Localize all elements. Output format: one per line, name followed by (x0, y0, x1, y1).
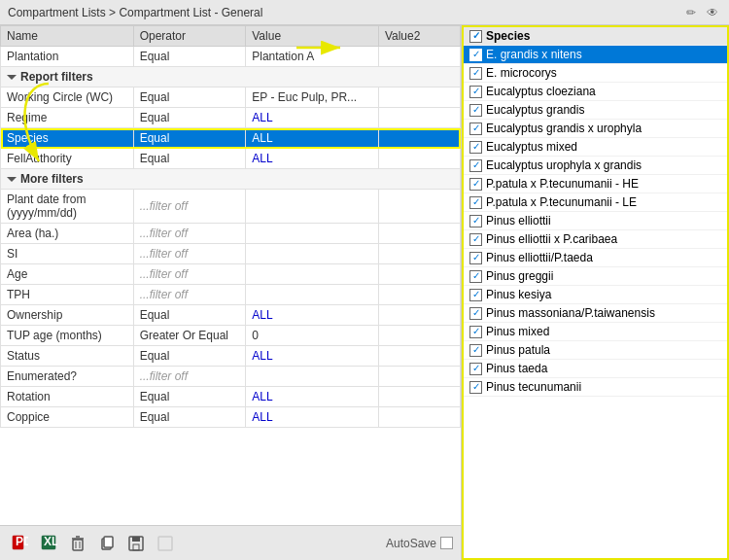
table-row[interactable]: PlantationEqualPlantation A (1, 47, 461, 67)
species-panel-header: Species (464, 27, 727, 46)
header-icon-group: ✏ 👁 (682, 4, 721, 21)
svg-rect-12 (132, 537, 140, 542)
species-name-label: Pinus massoniana/P.taiwanensis (486, 306, 655, 320)
svg-text:PDF: PDF (16, 535, 28, 548)
table-row[interactable]: SpeciesEqualALL (1, 128, 461, 149)
save-icon[interactable] (124, 532, 148, 555)
species-name-label: Eucalyptus grandis x urophyla (486, 122, 642, 135)
edit-icon[interactable]: ✏ (682, 4, 700, 21)
left-panel: Name Operator Value Value2 PlantationEqu… (0, 25, 462, 560)
disabled-icon (154, 532, 177, 555)
content-area: Name Operator Value Value2 PlantationEqu… (0, 25, 729, 560)
autosave-checkbox[interactable] (440, 537, 453, 549)
species-checkbox[interactable] (469, 344, 482, 357)
species-checkbox[interactable] (469, 104, 482, 117)
table-row[interactable]: StatusEqualALL (1, 346, 461, 367)
species-list-item[interactable]: Pinus patula (464, 341, 727, 360)
species-checkbox[interactable] (469, 86, 482, 98)
table-header-row: Name Operator Value Value2 (1, 26, 461, 47)
species-list-item[interactable]: Eucalyptus grandis x urophyla (464, 120, 727, 138)
species-checkbox[interactable] (469, 196, 482, 209)
species-list-item[interactable]: Pinus elliottii/P.taeda (464, 249, 727, 267)
col-header-operator: Operator (133, 26, 246, 47)
col-header-name: Name (1, 26, 134, 47)
species-name-label: Eucalyptus cloeziana (486, 85, 596, 98)
table-row[interactable]: Report filters (1, 67, 461, 88)
species-checkbox[interactable] (469, 289, 482, 301)
species-list-item[interactable]: Pinus elliottii (464, 212, 727, 230)
table-row[interactable]: TPH...filter off (1, 285, 461, 305)
species-checkbox[interactable] (469, 270, 482, 283)
copy-icon[interactable] (95, 532, 119, 555)
species-checkbox[interactable] (469, 326, 482, 338)
species-checkbox[interactable] (469, 178, 482, 191)
table-row[interactable]: SI...filter off (1, 244, 461, 264)
right-panel: Species E. grandis x nitensE. microcorys… (462, 25, 729, 560)
species-header-checkbox[interactable] (469, 30, 482, 43)
breadcrumb: Compartment Lists > Compartment List - G… (8, 6, 262, 19)
table-row[interactable]: RegimeEqualALL (1, 108, 461, 128)
col-header-value: Value (246, 26, 379, 47)
species-list-item[interactable]: E. grandis x nitens (464, 46, 727, 64)
table-row[interactable]: CoppiceEqualALL (1, 407, 461, 428)
species-list-item[interactable]: Eucalyptus urophyla x grandis (464, 157, 727, 175)
species-name-label: Pinus patula (486, 343, 550, 357)
species-checkbox[interactable] (469, 122, 482, 135)
species-list-item[interactable]: Pinus elliottii x P.caribaea (464, 230, 727, 249)
species-header-label: Species (486, 29, 530, 43)
table-row[interactable]: Working Circle (WC)EqualEP - Euc Pulp, P… (1, 88, 461, 108)
species-list-item[interactable]: Pinus massoniana/P.taiwanensis (464, 304, 727, 323)
delete-icon[interactable] (66, 532, 89, 555)
species-checkbox[interactable] (469, 363, 482, 375)
table-row[interactable]: OwnershipEqualALL (1, 305, 461, 326)
bottom-toolbar: PDF XLS AutoSave (0, 525, 461, 560)
species-list-item[interactable]: P.patula x P.tecunumanii - HE (464, 175, 727, 193)
col-header-value2: Value2 (378, 26, 460, 47)
species-name-label: P.patula x P.tecunumanii - HE (486, 177, 639, 191)
species-list-item[interactable]: P.patula x P.tecunumanii - LE (464, 193, 727, 212)
table-row[interactable]: More filters (1, 169, 461, 190)
autosave-label: AutoSave (386, 537, 436, 550)
species-name-label: Pinus kesiya (486, 288, 551, 301)
species-name-label: Pinus elliottii/P.taeda (486, 251, 593, 264)
species-checkbox[interactable] (469, 381, 482, 394)
species-list-item[interactable]: Pinus mixed (464, 323, 727, 341)
view-icon[interactable]: 👁 (704, 4, 721, 21)
svg-rect-14 (158, 537, 172, 550)
species-checkbox[interactable] (469, 215, 482, 228)
svg-rect-13 (133, 544, 139, 550)
species-name-label: P.patula x P.tecunumanii - LE (486, 195, 637, 209)
species-checkbox[interactable] (469, 252, 482, 264)
species-list-item[interactable]: Eucalyptus grandis (464, 101, 727, 120)
table-row[interactable]: RotationEqualALL (1, 387, 461, 407)
species-checkbox[interactable] (469, 233, 482, 246)
species-name-label: E. grandis x nitens (486, 48, 582, 61)
species-name-label: Pinus tecunumanii (486, 380, 581, 394)
svg-rect-10 (104, 537, 113, 547)
species-checkbox[interactable] (469, 67, 482, 80)
species-list-item[interactable]: Pinus tecunumanii (464, 378, 727, 397)
excel-icon[interactable]: XLS (37, 532, 60, 555)
table-row[interactable]: TUP age (months)Greater Or Equal0 (1, 326, 461, 346)
table-row[interactable]: Age...filter off (1, 264, 461, 285)
table-row[interactable]: Enumerated?...filter off (1, 367, 461, 387)
species-name-label: Eucalyptus grandis (486, 103, 584, 117)
species-list-item[interactable]: Pinus kesiya (464, 286, 727, 304)
species-name-label: Pinus greggii (486, 269, 553, 283)
species-checkbox[interactable] (469, 159, 482, 172)
species-checkbox[interactable] (469, 141, 482, 154)
species-list-item[interactable]: Eucalyptus mixed (464, 138, 727, 157)
species-list-item[interactable]: E. microcorys (464, 64, 727, 83)
species-list-item[interactable]: Eucalyptus cloeziana (464, 83, 727, 101)
main-container: Compartment Lists > Compartment List - G… (0, 0, 729, 560)
table-row[interactable]: Plant date from (yyyy/mm/dd)...filter of… (1, 190, 461, 224)
species-checkbox[interactable] (469, 307, 482, 320)
table-row[interactable]: Area (ha.)...filter off (1, 224, 461, 244)
species-list-item[interactable]: Pinus taeda (464, 360, 727, 378)
pdf-icon[interactable]: PDF (8, 532, 31, 555)
species-list-item[interactable]: Pinus greggii (464, 267, 727, 286)
autosave-area: AutoSave (386, 537, 453, 550)
species-checkbox[interactable] (469, 49, 482, 61)
table-row[interactable]: FellAuthorityEqualALL (1, 149, 461, 169)
svg-rect-4 (73, 540, 83, 550)
